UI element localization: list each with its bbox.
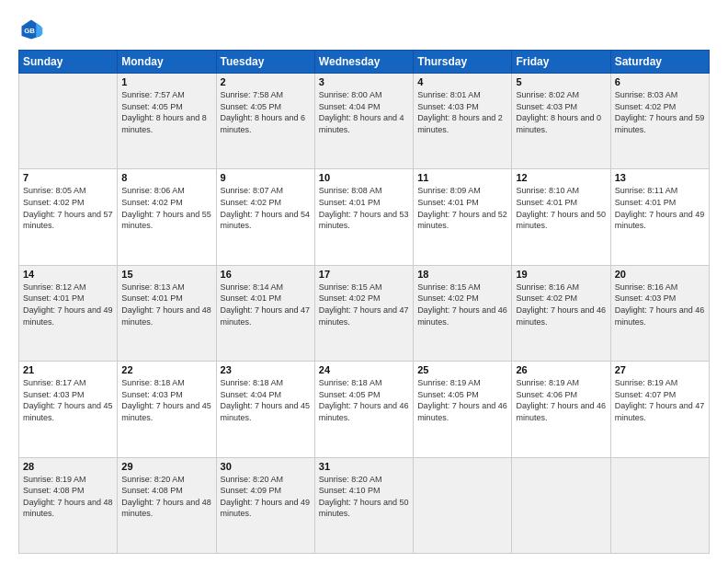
day-info: Sunrise: 8:19 AMSunset: 4:08 PMDaylight:…	[23, 474, 113, 520]
calendar-day-cell: 8 Sunrise: 8:06 AMSunset: 4:02 PMDayligh…	[118, 169, 216, 265]
day-info: Sunrise: 8:15 AMSunset: 4:02 PMDaylight:…	[417, 282, 507, 327]
calendar-day-cell: 5 Sunrise: 8:02 AMSunset: 4:03 PMDayligh…	[512, 74, 610, 169]
calendar-day-cell: 31 Sunrise: 8:20 AMSunset: 4:10 PMDaylig…	[314, 457, 413, 553]
day-number: 29	[121, 461, 211, 472]
calendar-day-cell: 17 Sunrise: 8:15 AMSunset: 4:02 PMDaylig…	[314, 265, 413, 361]
calendar-header-row: SundayMondayTuesdayWednesdayThursdayFrid…	[19, 51, 710, 74]
day-info: Sunrise: 8:00 AMSunset: 4:04 PMDaylight:…	[319, 89, 409, 135]
calendar-day-cell: 20 Sunrise: 8:16 AMSunset: 4:03 PMDaylig…	[610, 265, 709, 361]
day-number: 26	[516, 364, 606, 375]
calendar-day-cell: 29 Sunrise: 8:20 AMSunset: 4:08 PMDaylig…	[118, 457, 216, 553]
day-info: Sunrise: 8:06 AMSunset: 4:02 PMDaylight:…	[121, 185, 211, 231]
calendar-day-cell: 7 Sunrise: 8:05 AMSunset: 4:02 PMDayligh…	[19, 169, 118, 265]
calendar-week-row: 7 Sunrise: 8:05 AMSunset: 4:02 PMDayligh…	[19, 169, 710, 265]
day-info: Sunrise: 8:18 AMSunset: 4:04 PMDaylight:…	[221, 377, 311, 423]
calendar-day-cell: 3 Sunrise: 8:00 AMSunset: 4:04 PMDayligh…	[314, 74, 413, 169]
weekday-header: Monday	[118, 51, 216, 74]
calendar-week-row: 28 Sunrise: 8:19 AMSunset: 4:08 PMDaylig…	[19, 457, 710, 553]
day-number: 21	[23, 364, 113, 375]
day-number: 22	[121, 364, 211, 375]
calendar-day-cell: 4 Sunrise: 8:01 AMSunset: 4:03 PMDayligh…	[414, 74, 512, 169]
day-number: 1	[121, 76, 211, 87]
calendar-day-cell: 21 Sunrise: 8:17 AMSunset: 4:03 PMDaylig…	[19, 362, 118, 457]
calendar-day-cell: 28 Sunrise: 8:19 AMSunset: 4:08 PMDaylig…	[19, 457, 118, 553]
day-number: 11	[417, 172, 507, 183]
calendar-day-cell: 14 Sunrise: 8:12 AMSunset: 4:01 PMDaylig…	[19, 265, 118, 361]
day-number: 13	[615, 172, 705, 183]
day-info: Sunrise: 8:17 AMSunset: 4:03 PMDaylight:…	[23, 377, 113, 423]
calendar-day-cell	[19, 74, 118, 169]
day-info: Sunrise: 8:12 AMSunset: 4:01 PMDaylight:…	[23, 282, 113, 327]
logo: GB	[18, 17, 48, 42]
calendar-day-cell: 19 Sunrise: 8:16 AMSunset: 4:02 PMDaylig…	[512, 265, 610, 361]
day-number: 6	[615, 76, 705, 87]
day-info: Sunrise: 8:08 AMSunset: 4:01 PMDaylight:…	[319, 185, 409, 231]
day-info: Sunrise: 8:15 AMSunset: 4:02 PMDaylight:…	[319, 282, 409, 327]
day-number: 15	[121, 269, 211, 280]
day-info: Sunrise: 8:19 AMSunset: 4:07 PMDaylight:…	[615, 377, 705, 423]
day-number: 12	[516, 172, 606, 183]
day-number: 4	[417, 76, 507, 87]
day-info: Sunrise: 8:14 AMSunset: 4:01 PMDaylight:…	[221, 282, 311, 327]
day-number: 5	[516, 76, 606, 87]
day-number: 23	[221, 364, 311, 375]
day-number: 18	[417, 269, 507, 280]
calendar-week-row: 21 Sunrise: 8:17 AMSunset: 4:03 PMDaylig…	[19, 362, 710, 457]
day-number: 3	[319, 76, 409, 87]
day-number: 28	[23, 461, 113, 472]
calendar: SundayMondayTuesdayWednesdayThursdayFrid…	[18, 50, 710, 554]
svg-text:GB: GB	[24, 27, 35, 35]
day-info: Sunrise: 8:02 AMSunset: 4:03 PMDaylight:…	[516, 89, 606, 135]
calendar-day-cell: 22 Sunrise: 8:18 AMSunset: 4:03 PMDaylig…	[118, 362, 216, 457]
day-info: Sunrise: 8:20 AMSunset: 4:08 PMDaylight:…	[121, 474, 211, 520]
weekday-header: Friday	[512, 51, 610, 74]
day-number: 7	[23, 172, 113, 183]
day-number: 14	[23, 269, 113, 280]
calendar-day-cell: 24 Sunrise: 8:18 AMSunset: 4:05 PMDaylig…	[314, 362, 413, 457]
day-info: Sunrise: 7:58 AMSunset: 4:05 PMDaylight:…	[221, 89, 311, 135]
day-number: 31	[319, 461, 409, 472]
weekday-header: Wednesday	[314, 51, 413, 74]
calendar-day-cell: 16 Sunrise: 8:14 AMSunset: 4:01 PMDaylig…	[216, 265, 314, 361]
calendar-day-cell: 6 Sunrise: 8:03 AMSunset: 4:02 PMDayligh…	[610, 74, 709, 169]
calendar-day-cell: 2 Sunrise: 7:58 AMSunset: 4:05 PMDayligh…	[216, 74, 314, 169]
day-number: 27	[615, 364, 705, 375]
calendar-day-cell: 10 Sunrise: 8:08 AMSunset: 4:01 PMDaylig…	[314, 169, 413, 265]
calendar-day-cell: 12 Sunrise: 8:10 AMSunset: 4:01 PMDaylig…	[512, 169, 610, 265]
day-info: Sunrise: 8:07 AMSunset: 4:02 PMDaylight:…	[221, 185, 311, 231]
calendar-day-cell: 23 Sunrise: 8:18 AMSunset: 4:04 PMDaylig…	[216, 362, 314, 457]
day-number: 20	[615, 269, 705, 280]
calendar-day-cell: 26 Sunrise: 8:19 AMSunset: 4:06 PMDaylig…	[512, 362, 610, 457]
day-number: 25	[417, 364, 507, 375]
day-number: 17	[319, 269, 409, 280]
calendar-day-cell	[512, 457, 610, 553]
calendar-day-cell: 27 Sunrise: 8:19 AMSunset: 4:07 PMDaylig…	[610, 362, 709, 457]
day-info: Sunrise: 8:05 AMSunset: 4:02 PMDaylight:…	[23, 185, 113, 231]
header: GB	[18, 17, 710, 42]
day-info: Sunrise: 8:10 AMSunset: 4:01 PMDaylight:…	[516, 185, 606, 231]
day-info: Sunrise: 8:13 AMSunset: 4:01 PMDaylight:…	[121, 282, 211, 327]
day-info: Sunrise: 8:01 AMSunset: 4:03 PMDaylight:…	[417, 89, 507, 135]
day-number: 30	[221, 461, 311, 472]
calendar-day-cell: 13 Sunrise: 8:11 AMSunset: 4:01 PMDaylig…	[610, 169, 709, 265]
weekday-header: Thursday	[414, 51, 512, 74]
day-info: Sunrise: 7:57 AMSunset: 4:05 PMDaylight:…	[121, 89, 211, 135]
day-info: Sunrise: 8:20 AMSunset: 4:09 PMDaylight:…	[221, 474, 311, 520]
day-info: Sunrise: 8:03 AMSunset: 4:02 PMDaylight:…	[615, 89, 705, 135]
calendar-day-cell: 30 Sunrise: 8:20 AMSunset: 4:09 PMDaylig…	[216, 457, 314, 553]
day-number: 10	[319, 172, 409, 183]
logo-icon: GB	[18, 17, 44, 42]
calendar-day-cell: 18 Sunrise: 8:15 AMSunset: 4:02 PMDaylig…	[414, 265, 512, 361]
day-info: Sunrise: 8:19 AMSunset: 4:06 PMDaylight:…	[516, 377, 606, 423]
day-info: Sunrise: 8:18 AMSunset: 4:03 PMDaylight:…	[121, 377, 211, 423]
calendar-day-cell: 1 Sunrise: 7:57 AMSunset: 4:05 PMDayligh…	[118, 74, 216, 169]
page: GB SundayMondayTuesdayWednesdayThursdayF…	[0, 0, 728, 563]
day-info: Sunrise: 8:19 AMSunset: 4:05 PMDaylight:…	[417, 377, 507, 423]
day-info: Sunrise: 8:16 AMSunset: 4:03 PMDaylight:…	[615, 282, 705, 327]
weekday-header: Saturday	[610, 51, 709, 74]
calendar-day-cell: 15 Sunrise: 8:13 AMSunset: 4:01 PMDaylig…	[118, 265, 216, 361]
calendar-day-cell: 11 Sunrise: 8:09 AMSunset: 4:01 PMDaylig…	[414, 169, 512, 265]
day-number: 19	[516, 269, 606, 280]
weekday-header: Sunday	[19, 51, 118, 74]
day-info: Sunrise: 8:16 AMSunset: 4:02 PMDaylight:…	[516, 282, 606, 327]
